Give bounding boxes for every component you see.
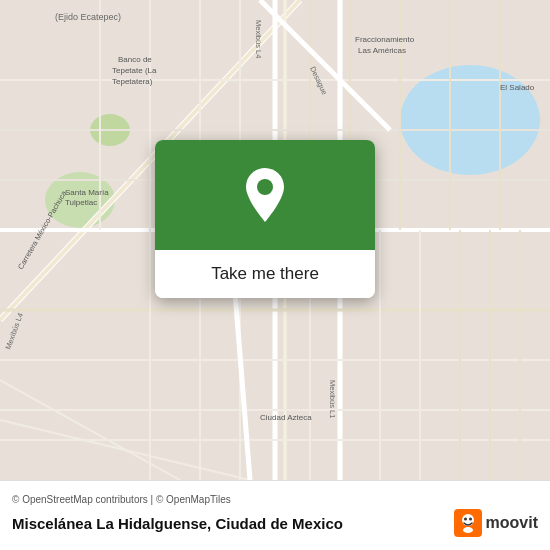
svg-point-57 xyxy=(464,518,467,521)
svg-text:Banco de: Banco de xyxy=(118,55,152,64)
footer: © OpenStreetMap contributors | © OpenMap… xyxy=(0,480,550,550)
location-popup: Take me there xyxy=(155,140,375,298)
svg-text:Las Américas: Las Américas xyxy=(358,46,406,55)
take-me-there-button[interactable]: Take me there xyxy=(155,250,375,298)
svg-text:Tepetate (La: Tepetate (La xyxy=(112,66,157,75)
popup-header xyxy=(155,140,375,250)
svg-text:Ciudad Azteca: Ciudad Azteca xyxy=(260,413,312,422)
map-attribution: © OpenStreetMap contributors | © OpenMap… xyxy=(12,494,538,505)
place-name-row: Miscelánea La Hidalguense, Ciudad de Mex… xyxy=(12,509,538,537)
place-name: Miscelánea La Hidalguense, Ciudad de Mex… xyxy=(12,515,343,532)
svg-text:Mexibús L1: Mexibús L1 xyxy=(328,380,337,418)
svg-text:Tulpetlac: Tulpetlac xyxy=(65,198,97,207)
svg-text:Tepetatera): Tepetatera) xyxy=(112,77,153,86)
svg-text:Mexibús L4: Mexibús L4 xyxy=(254,20,263,58)
svg-text:(Ejido Ecatepec): (Ejido Ecatepec) xyxy=(55,12,121,22)
svg-point-54 xyxy=(257,179,273,195)
svg-point-56 xyxy=(462,514,474,526)
map-area: (Ejido Ecatepec) Banco de Tepetate (La T… xyxy=(0,0,550,480)
svg-text:Fraccionamiento: Fraccionamiento xyxy=(355,35,415,44)
svg-text:Santa María: Santa María xyxy=(65,188,109,197)
svg-text:El Salado: El Salado xyxy=(500,83,535,92)
moovit-brand-text: moovit xyxy=(486,514,538,532)
location-pin-icon xyxy=(241,166,289,224)
moovit-mascot-icon xyxy=(454,509,482,537)
moovit-logo: moovit xyxy=(454,509,538,537)
svg-point-1 xyxy=(400,65,540,175)
svg-point-58 xyxy=(469,518,472,521)
svg-point-59 xyxy=(463,527,473,533)
